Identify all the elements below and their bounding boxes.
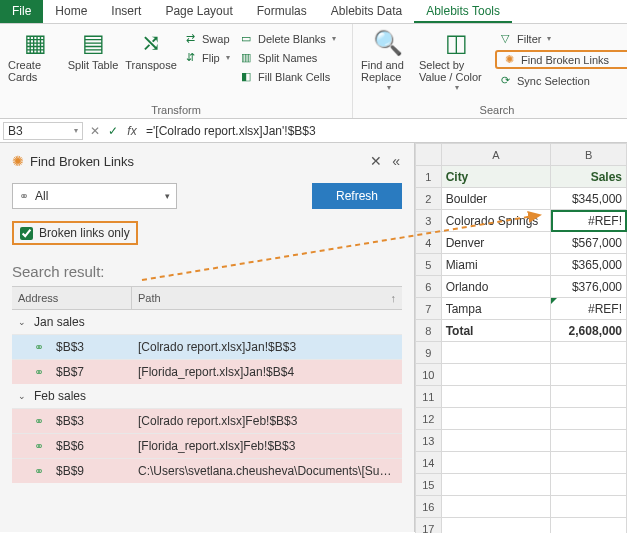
accept-formula-icon[interactable]: ✓	[104, 124, 122, 138]
select-by-button[interactable]: ◫ Select by Value / Color ▾	[417, 27, 495, 102]
col-address[interactable]: Address	[12, 287, 132, 309]
row-header[interactable]: 9	[416, 342, 442, 364]
row-header[interactable]: 12	[416, 408, 442, 430]
cell[interactable]	[551, 452, 627, 474]
cancel-formula-icon[interactable]: ✕	[86, 124, 104, 138]
cell[interactable]: City	[441, 166, 551, 188]
row-header[interactable]: 14	[416, 452, 442, 474]
cell[interactable]	[441, 474, 551, 496]
cell[interactable]: Boulder	[441, 188, 551, 210]
result-group[interactable]: ⌄Jan sales	[12, 310, 402, 334]
delete-blanks-button[interactable]: ▭Delete Blanks▾	[236, 31, 346, 46]
row-header[interactable]: 16	[416, 496, 442, 518]
row-header[interactable]: 4	[416, 232, 442, 254]
cell[interactable]: Orlando	[441, 276, 551, 298]
col-path[interactable]: Path↑	[132, 287, 402, 309]
cell[interactable]	[551, 364, 627, 386]
cell[interactable]: #REF!	[551, 210, 627, 232]
cell[interactable]: Denver	[441, 232, 551, 254]
cell[interactable]	[441, 342, 551, 364]
cell[interactable]	[441, 430, 551, 452]
tab-ablebits-data[interactable]: Ablebits Data	[319, 0, 414, 23]
collapse-chevrons-icon[interactable]: «	[390, 153, 402, 169]
sync-icon: ⟳	[497, 74, 513, 87]
transpose-button[interactable]: ⤭ Transpose	[122, 27, 180, 102]
create-cards-button[interactable]: ▦ Create Cards	[6, 27, 64, 102]
flip-button[interactable]: ⇵Flip▾	[180, 50, 236, 65]
close-icon[interactable]: ✕	[368, 153, 384, 169]
chevron-down-icon: ▾	[74, 126, 78, 135]
tab-page-layout[interactable]: Page Layout	[153, 0, 244, 23]
tab-ablebits-tools[interactable]: Ablebits Tools	[414, 0, 512, 23]
row-header[interactable]: 10	[416, 364, 442, 386]
cell[interactable]	[551, 408, 627, 430]
fill-blank-cells-button[interactable]: ◧Fill Blank Cells	[236, 69, 346, 84]
worksheet[interactable]: A B 1CitySales2Boulder$345,0003Colorado …	[415, 143, 627, 532]
find-broken-links-button[interactable]: ✺Find Broken Links	[495, 50, 627, 69]
result-row[interactable]: ⚭$B$9C:\Users\svetlana.cheusheva\Documen…	[12, 458, 402, 483]
cell[interactable]	[551, 518, 627, 534]
row-header[interactable]: 1	[416, 166, 442, 188]
cell[interactable]	[551, 430, 627, 452]
cell[interactable]	[441, 518, 551, 534]
refresh-button[interactable]: Refresh	[312, 183, 402, 209]
result-row[interactable]: ⚭$B$6[Florida_report.xlsx]Feb!$B$3	[12, 433, 402, 458]
cell[interactable]: Sales	[551, 166, 627, 188]
tab-formulas[interactable]: Formulas	[245, 0, 319, 23]
broken-links-only-checkbox[interactable]: Broken links only	[12, 221, 138, 245]
row-header[interactable]: 17	[416, 518, 442, 534]
find-replace-button[interactable]: 🔍 Find and Replace ▾	[359, 27, 417, 102]
row-header[interactable]: 15	[416, 474, 442, 496]
row-header[interactable]: 5	[416, 254, 442, 276]
cell[interactable]: 2,608,000	[551, 320, 627, 342]
cell[interactable]	[551, 386, 627, 408]
cell[interactable]: Total	[441, 320, 551, 342]
row-header[interactable]: 11	[416, 386, 442, 408]
cell[interactable]: Colorado Springs	[441, 210, 551, 232]
split-names-button[interactable]: ▥Split Names	[236, 50, 346, 65]
cell[interactable]: $365,000	[551, 254, 627, 276]
row-header[interactable]: 8	[416, 320, 442, 342]
cell[interactable]	[441, 496, 551, 518]
result-row[interactable]: ⚭$B$7[Florida_report.xlsx]Jan!$B$4	[12, 359, 402, 384]
col-header-b[interactable]: B	[551, 144, 627, 166]
row-header[interactable]: 3	[416, 210, 442, 232]
tab-file[interactable]: File	[0, 0, 43, 23]
cell[interactable]: $376,000	[551, 276, 627, 298]
cell[interactable]	[441, 386, 551, 408]
row-header[interactable]: 7	[416, 298, 442, 320]
select-all-corner[interactable]	[416, 144, 442, 166]
sync-selection-button[interactable]: ⟳Sync Selection	[495, 73, 627, 88]
tab-insert[interactable]: Insert	[99, 0, 153, 23]
result-row[interactable]: ⚭$B$3[Colrado report.xlsx]Jan!$B$3	[12, 334, 402, 359]
cell[interactable]	[441, 408, 551, 430]
result-row[interactable]: ⚭$B$3[Colrado report.xlsx]Feb!$B$3	[12, 408, 402, 433]
row-header[interactable]: 2	[416, 188, 442, 210]
cell[interactable]	[441, 452, 551, 474]
cell[interactable]: Tampa	[441, 298, 551, 320]
formula-input[interactable]: ='[Colrado report.xlsx]Jan'!$B$3	[142, 124, 627, 138]
col-header-a[interactable]: A	[441, 144, 551, 166]
cell[interactable]: Miami	[441, 254, 551, 276]
broken-only-input[interactable]	[20, 227, 33, 240]
cell[interactable]: $345,000	[551, 188, 627, 210]
cell[interactable]	[551, 496, 627, 518]
group-name: Jan sales	[34, 315, 85, 329]
name-box[interactable]: B3▾	[3, 122, 83, 140]
swap-button[interactable]: ⇄Swap	[180, 31, 236, 46]
split-table-button[interactable]: ▤ Split Table	[64, 27, 122, 102]
cell[interactable]: #REF!	[551, 298, 627, 320]
result-group[interactable]: ⌄Feb sales	[12, 384, 402, 408]
row-header[interactable]: 13	[416, 430, 442, 452]
cell[interactable]: $567,000	[551, 232, 627, 254]
select-by-icon: ◫	[445, 29, 468, 57]
filter-button[interactable]: ▽Filter▾	[495, 31, 627, 46]
cell[interactable]	[551, 342, 627, 364]
row-header[interactable]: 6	[416, 276, 442, 298]
sort-asc-icon[interactable]: ↑	[391, 292, 397, 304]
cell[interactable]	[441, 364, 551, 386]
fx-icon[interactable]: fx	[122, 124, 142, 138]
filter-dropdown[interactable]: ⚭ All ▾	[12, 183, 177, 209]
cell[interactable]	[551, 474, 627, 496]
tab-home[interactable]: Home	[43, 0, 99, 23]
